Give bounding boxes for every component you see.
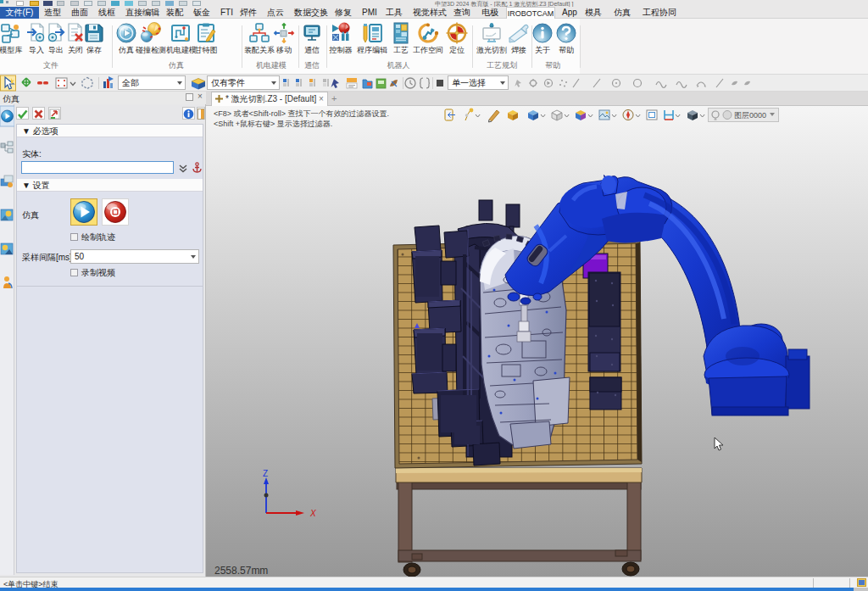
svg-text:X: X [309, 509, 316, 518]
svg-text:Z: Z [263, 469, 268, 478]
